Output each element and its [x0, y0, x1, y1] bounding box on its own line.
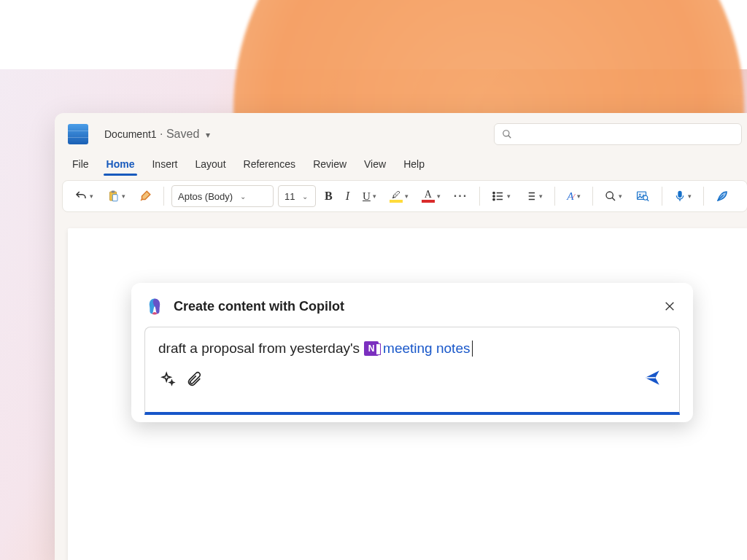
svg-point-17	[639, 194, 640, 195]
copilot-logo-icon	[144, 296, 165, 316]
svg-rect-20	[678, 191, 681, 197]
svg-point-9	[493, 198, 495, 200]
copilot-prompt-input[interactable]: draft a proposal from yesterday's N meet…	[144, 327, 680, 415]
menu-view[interactable]: View	[363, 155, 387, 176]
menu-home[interactable]: Home	[105, 155, 136, 176]
numbered-list-icon	[524, 190, 537, 203]
svg-line-1	[508, 136, 511, 139]
numbered-list-button[interactable]: ▾	[519, 185, 547, 207]
bullet-list-button[interactable]: ▾	[487, 185, 515, 207]
styles-button[interactable]: A⁄ ▾	[562, 185, 585, 207]
chevron-down-icon: ▾	[507, 192, 511, 200]
chevron-down-icon: ⌄	[240, 192, 246, 201]
clipboard-icon	[107, 189, 120, 203]
svg-point-0	[503, 131, 509, 136]
save-status: · Saved	[160, 128, 199, 140]
highlight-color-button[interactable]: 🖊▾	[385, 185, 413, 207]
sparkle-icon	[160, 371, 176, 387]
chevron-down-icon: ▾	[90, 192, 93, 200]
microphone-icon	[674, 190, 686, 203]
reference-link-text: meeting notes	[383, 341, 470, 357]
chevron-down-icon: ▾	[405, 192, 409, 200]
svg-point-14	[606, 192, 613, 198]
font-name-select[interactable]: Aptos (Body) ⌄	[171, 185, 274, 207]
format-painter-button[interactable]	[134, 185, 156, 207]
chevron-down-icon: ▾	[437, 192, 441, 200]
document-name: Document1	[104, 128, 157, 140]
feather-icon	[716, 190, 729, 203]
search-input[interactable]	[494, 123, 742, 145]
ribbon-toolbar: ▾ ▾ Aptos (Body) ⌄ 11 ⌄ B I U▾ 🖊▾ A▾ ···	[62, 180, 747, 212]
menu-references[interactable]: References	[242, 155, 298, 176]
chevron-down-icon: ⌄	[302, 192, 308, 201]
svg-point-7	[493, 195, 495, 197]
menu-layout[interactable]: Layout	[193, 155, 227, 176]
svg-line-15	[612, 198, 615, 201]
close-icon	[664, 300, 676, 312]
menu-insert[interactable]: Insert	[150, 155, 179, 176]
svg-point-5	[493, 192, 495, 193]
copilot-title: Create content with Copilot	[174, 299, 344, 314]
font-color-button[interactable]: A▾	[417, 185, 445, 207]
font-size-value: 11	[285, 191, 295, 202]
chevron-down-icon: ▾	[577, 192, 581, 200]
bullet-list-icon	[492, 190, 505, 203]
send-button[interactable]	[640, 365, 665, 393]
find-button[interactable]: ▾	[600, 185, 627, 207]
svg-rect-4	[112, 195, 117, 201]
chevron-down-icon: ▾	[373, 192, 376, 200]
svg-line-19	[647, 200, 649, 201]
paste-button[interactable]: ▾	[102, 185, 130, 207]
close-button[interactable]	[659, 296, 680, 316]
image-search-icon	[635, 190, 650, 203]
more-font-options-button[interactable]: ···	[449, 185, 472, 207]
undo-button[interactable]: ▾	[70, 185, 98, 207]
underline-button[interactable]: U▾	[358, 185, 381, 207]
font-name-value: Aptos (Body)	[178, 191, 233, 202]
attach-button[interactable]	[186, 368, 202, 390]
bold-button[interactable]: B	[320, 185, 337, 207]
menu-review[interactable]: Review	[311, 155, 348, 176]
search-icon	[502, 129, 512, 139]
italic-button[interactable]: I	[341, 185, 354, 207]
prompt-text-plain: draft a proposal from yesterday's	[158, 341, 360, 357]
designer-button[interactable]	[631, 185, 654, 207]
menu-file[interactable]: File	[71, 155, 90, 176]
onenote-icon: N	[364, 341, 379, 356]
dictate-button[interactable]: ▾	[670, 185, 696, 207]
search-icon	[605, 190, 616, 202]
menubar: File Home Insert Layout References Revie…	[55, 152, 747, 176]
svg-point-18	[643, 195, 648, 200]
copilot-panel: Create content with Copilot draft a prop…	[131, 283, 693, 422]
chevron-down-icon: ▾	[688, 192, 692, 200]
text-cursor	[472, 341, 473, 357]
chevron-down-icon: ▾	[206, 130, 210, 140]
chevron-down-icon: ▾	[539, 192, 543, 200]
chevron-down-icon: ▾	[122, 192, 125, 200]
chevron-down-icon: ▾	[619, 192, 622, 200]
reference-chip[interactable]: N meeting notes	[364, 341, 470, 357]
editor-button[interactable]	[711, 185, 733, 207]
inspire-button[interactable]	[160, 368, 176, 390]
menu-help[interactable]: Help	[402, 155, 426, 176]
svg-rect-3	[112, 191, 115, 193]
document-title-group[interactable]: Document1 · Saved ▾	[104, 128, 210, 141]
send-icon	[643, 368, 662, 387]
undo-icon	[74, 190, 88, 203]
paintbrush-icon	[139, 190, 152, 203]
paperclip-icon	[186, 371, 202, 387]
word-app-icon	[68, 124, 88, 144]
titlebar: Document1 · Saved ▾	[55, 113, 747, 152]
font-size-select[interactable]: 11 ⌄	[278, 185, 316, 207]
